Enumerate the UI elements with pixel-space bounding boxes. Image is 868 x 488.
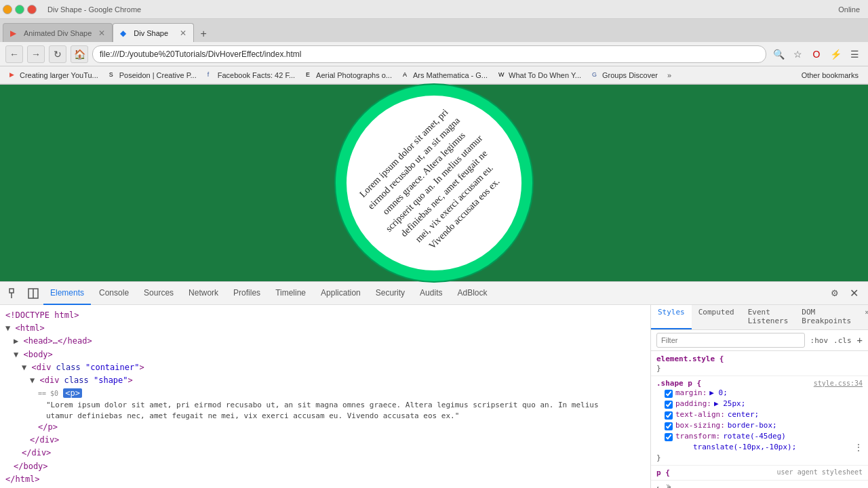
styles-section-shape-p: .shape p { style.css:34 margin: ▶ 0; pad… <box>651 376 868 466</box>
dom-panel[interactable]: <!DOCTYPE html> ▼ <html> ▶ <head>…</head… <box>0 305 651 488</box>
styles-prop-val-text-align: center; <box>728 410 759 419</box>
styles-prop-name-padding: padding: <box>675 399 711 408</box>
home-button[interactable]: 🏠 <box>71 45 88 63</box>
styles-tab-dom-breakpoints[interactable]: DOM Breakpoints <box>795 305 858 329</box>
styles-prop-val-transform: rotate(-45deg) <box>723 432 786 441</box>
address-bar[interactable] <box>92 45 766 63</box>
bookmark-item-5[interactable]: A Ars Mathematica - G... <box>399 70 492 81</box>
bookmark-text-4: Aerial Photographs o... <box>316 71 392 79</box>
online-status: Online <box>838 5 865 14</box>
back-button[interactable]: ← <box>5 45 23 63</box>
bookmark-text-7: Groups Discover <box>602 71 658 79</box>
tab-div-shape[interactable]: ◆ Div Shape ✕ <box>113 23 194 42</box>
refresh-button[interactable]: ↻ <box>49 45 66 63</box>
circle-inner: Lorem ipsum dolor sit amet, pri eirmod r… <box>347 96 521 270</box>
dom-line-9: </p> <box>5 421 645 434</box>
devtools-tab-profiles[interactable]: Profiles <box>226 282 267 305</box>
devtools-close-button[interactable]: ✕ <box>845 285 863 302</box>
devtools-tab-security[interactable]: Security <box>369 282 412 305</box>
dom-line-3: ▶ <head>…</head> <box>5 335 645 348</box>
styles-checkbox-box-sizing[interactable] <box>665 422 673 430</box>
bookmark-item-2[interactable]: S Poseidon | Creative P... <box>105 70 201 81</box>
other-bookmarks[interactable]: Other bookmarks <box>797 70 863 81</box>
dom-line-2: ▼ <html> <box>5 322 645 335</box>
devtools-tab-timeline[interactable]: Timeline <box>269 282 313 305</box>
bookmark-item-6[interactable]: W What To Do When Y... <box>494 70 585 81</box>
circle-text: Lorem ipsum dolor sit amet, pri eirmod r… <box>351 100 517 266</box>
devtools-tab-console[interactable]: Console <box>92 282 136 305</box>
webpage-area: Lorem ipsum dolor sit amet, pri eirmod r… <box>0 85 868 281</box>
styles-tab-more[interactable]: » <box>858 305 868 329</box>
devtools-tab-sources[interactable]: Sources <box>137 282 180 305</box>
bookmark-icon[interactable]: ☆ <box>789 46 806 62</box>
styles-brace-close-element: } <box>656 363 863 373</box>
dom-line-7: == $0 <p> <box>5 387 645 400</box>
bookmarks-bar: ▶ Creating larger YouTu... S Poseidon | … <box>0 66 868 84</box>
dom-line-6: ▼ <div class "shape"> <box>5 374 645 387</box>
styles-prop-val-padding: ▶ 25px; <box>714 399 745 408</box>
bookmark-item-7[interactable]: G Groups Discover <box>588 70 662 81</box>
styles-prop-val-translate: translate(-10px,-10px); <box>677 443 796 451</box>
bookmark-item-4[interactable]: E Aerial Photographs o... <box>302 70 396 81</box>
window-title: Div Shape - Google Chrome <box>47 5 141 14</box>
maximize-button[interactable] <box>15 5 24 14</box>
devtools-inspect-button[interactable] <box>5 285 23 302</box>
styles-tab-styles[interactable]: Styles <box>651 305 692 329</box>
search-icon[interactable]: 🔍 <box>770 46 787 62</box>
styles-source-shape-p[interactable]: style.css:34 <box>814 380 863 387</box>
devtools-tab-application[interactable]: Application <box>314 282 368 305</box>
devtools-tab-elements[interactable]: Elements <box>43 282 91 305</box>
forward-button[interactable]: → <box>27 45 45 63</box>
styles-prop-name-box-sizing: box-sizing: <box>675 421 725 430</box>
styles-selector-element: element.style { <box>656 354 863 363</box>
bookmark-favicon-6: W <box>498 71 507 79</box>
dom-line-1: <!DOCTYPE html> <box>5 309 645 322</box>
styles-section-element: element.style { } <box>651 351 868 376</box>
devtools-tab-adblock[interactable]: AdBlock <box>450 282 494 305</box>
title-bar-buttons <box>3 5 37 14</box>
styles-prop-val-box-sizing: border-box; <box>728 421 777 430</box>
styles-selector-row: .shape p { style.css:34 <box>656 379 863 388</box>
devtools-settings-button[interactable]: ⚙ <box>826 285 844 302</box>
tab-close-2[interactable]: ✕ <box>180 28 186 38</box>
opera-icon[interactable]: O <box>808 46 825 62</box>
styles-checkbox-margin[interactable] <box>665 390 673 398</box>
styles-filter-input[interactable] <box>656 333 805 348</box>
bookmarks-more-button[interactable]: » <box>665 70 674 81</box>
styles-selector-shape-p: .shape p { <box>656 379 701 388</box>
styles-checkbox-transform[interactable] <box>665 433 673 441</box>
extensions-icon[interactable]: ⚡ <box>827 46 844 62</box>
styles-prop-margin: margin: ▶ 0; <box>656 388 863 399</box>
styles-more-button[interactable]: ⋮ <box>854 443 863 452</box>
styles-prop-name-margin: margin: <box>675 388 707 397</box>
styles-tab-event-listeners[interactable]: Event Listeners <box>741 305 795 329</box>
tabs-bar: ▶ Animated Div Shape ✕ ◆ Div Shape ✕ + <box>0 19 868 42</box>
browser-chrome: Div Shape - Google Chrome Online ▶ Anima… <box>0 0 868 85</box>
bookmark-item-1[interactable]: ▶ Creating larger YouTu... <box>5 70 102 81</box>
close-window-button[interactable] <box>27 5 37 14</box>
svg-rect-0 <box>9 289 14 293</box>
other-bookmarks-label: Other bookmarks <box>802 71 859 79</box>
styles-add-rule-button[interactable]: + <box>857 335 863 346</box>
title-bar: Div Shape - Google Chrome Online <box>0 0 868 19</box>
devtools-tab-audits[interactable]: Audits <box>413 282 449 305</box>
main-content: Lorem ipsum dolor sit amet, pri eirmod r… <box>0 85 868 486</box>
menu-icon[interactable]: ☰ <box>846 46 863 62</box>
styles-selector-p-agent: p { <box>656 468 670 477</box>
devtools-dock-button[interactable] <box>24 285 42 302</box>
bookmark-favicon-4: E <box>306 71 314 79</box>
new-tab-button[interactable]: + <box>194 26 213 42</box>
bookmark-item-3[interactable]: f Facebook Facts: 42 F... <box>203 70 299 81</box>
minimize-button[interactable] <box>3 5 12 14</box>
tab-close-1[interactable]: ✕ <box>98 28 105 38</box>
dom-line-4: ▼ <body> <box>5 348 645 361</box>
styles-checkbox-text-align[interactable] <box>665 411 673 420</box>
styles-pseudo-button[interactable]: :hov <box>810 336 829 345</box>
styles-checkbox-padding[interactable] <box>665 401 673 409</box>
tab-animated-div-shape[interactable]: ▶ Animated Div Shape ✕ <box>3 23 113 42</box>
devtools-tab-network[interactable]: Network <box>182 282 225 305</box>
styles-prop-text-align: text-align: center; <box>656 409 863 420</box>
styles-cls-button[interactable]: .cls <box>833 336 852 345</box>
styles-tab-computed[interactable]: Computed <box>692 305 741 329</box>
styles-selector-p-agent-row: p { user agent stylesheet <box>656 468 863 477</box>
